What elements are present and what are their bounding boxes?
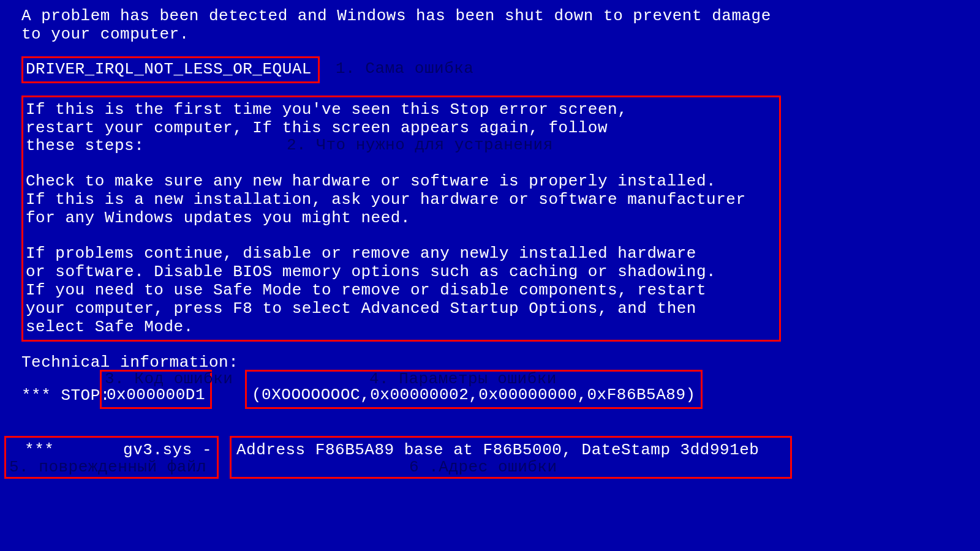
stop-line: *** STOP: 3. Код ошибки 0x000000D1 4. Па… [21, 387, 959, 407]
instructions-p1: If this is the first time you've seen th… [26, 101, 773, 156]
intro-text: A problem has been detected and Windows … [21, 7, 959, 44]
error-name: DRIVER_IRQL_NOT_LESS_OR_EQUAL [26, 60, 312, 78]
stop-params-box: 4. Параметры ошибки (0XOOOOOOOC,0x000000… [245, 370, 703, 409]
address-box: Address F86B5A89 base at F86B5000, DateS… [230, 436, 792, 479]
stop-code-box: 3. Код ошибки 0x000000D1 [100, 370, 212, 409]
annotation-1: 1. Сама ошибка [336, 60, 473, 78]
address-text: Address F86B5A89 base at F86B5000, DateS… [236, 441, 759, 459]
stop-params: (0XOOOOOOOC,0x00000002,0x00000000,0xF86B… [252, 386, 696, 404]
file-sys: *** gv3.sys - [11, 441, 212, 460]
instructions-p2: Check to make sure any new hardware or s… [26, 173, 773, 228]
file-line: *** gv3.sys - 5. поврежденный файл Addre… [21, 436, 959, 479]
instructions-p3: If problems continue, disable or remove … [26, 245, 773, 336]
annotation-6: 6 .Адрес ошибки [409, 459, 557, 477]
instructions-box: If this is the first time you've seen th… [21, 96, 781, 342]
stop-code: 0x000000D1 [107, 386, 205, 404]
error-name-box: DRIVER_IRQL_NOT_LESS_OR_EQUAL 1. Сама ош… [21, 56, 320, 83]
annotation-5: 5. поврежденный файл [9, 459, 206, 477]
stop-prefix: *** STOP: [21, 386, 110, 405]
file-box: *** gv3.sys - 5. поврежденный файл [4, 436, 219, 479]
